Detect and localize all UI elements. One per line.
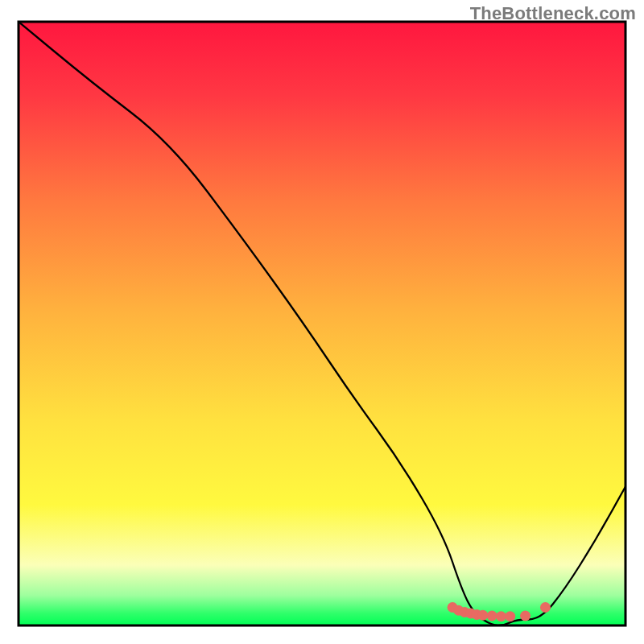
marker-dot bbox=[520, 611, 530, 621]
marker-dot bbox=[540, 602, 551, 613]
chart-root: { "watermark": { "text": "TheBottleneck.… bbox=[0, 0, 644, 644]
marker-dot bbox=[487, 611, 497, 621]
marker-dot bbox=[496, 611, 506, 621]
marker-dot bbox=[477, 610, 488, 621]
gradient-background bbox=[19, 22, 625, 625]
marker-dot bbox=[505, 611, 515, 621]
chart-area bbox=[0, 0, 644, 644]
